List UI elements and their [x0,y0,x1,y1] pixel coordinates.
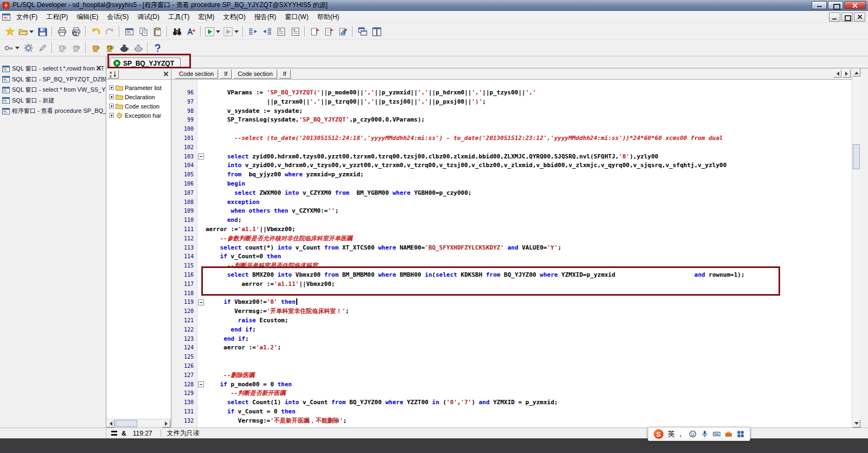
code-line[interactable]: 118 [172,289,852,298]
mdi-close-button[interactable] [854,12,865,22]
tree-horizontal-scrollbar[interactable] [106,419,171,428]
redo-button[interactable] [103,25,117,38]
find-button[interactable] [170,25,184,38]
menu-item[interactable]: 窗口(W) [280,11,312,23]
code-line[interactable]: 131 if v_Count = 0 then [172,407,852,417]
menu-item[interactable]: 工具(T) [164,11,194,23]
menu-item[interactable]: 报告(R) [250,11,281,23]
expand-icon[interactable] [109,104,114,109]
code-line[interactable]: 102 [172,143,852,152]
window-list-close-button[interactable] [95,65,102,71]
scroll-left-button[interactable] [106,419,114,428]
ime-toolbox-icon[interactable] [724,430,732,438]
close-button[interactable] [844,1,866,9]
code-line[interactable]: 122 end if; [172,326,852,335]
new-window-button[interactable] [122,25,136,38]
code-line[interactable]: 124 aerror :='a1.2'; [172,343,852,353]
edit-button[interactable] [35,41,49,54]
code-line[interactable]: 123 end if; [172,335,852,344]
fold-marker-icon[interactable] [198,299,204,305]
break-session-button[interactable] [117,41,131,54]
code-line[interactable]: 98 v_sysdate := sysdate; [172,107,852,116]
expand-icon[interactable] [109,113,114,118]
code-line[interactable]: 113 select count(*) into v_Count from XT… [172,244,852,253]
menu-item[interactable]: 调试(D) [133,11,164,23]
menu-item[interactable]: 会话(S) [103,11,133,23]
menu-item[interactable]: 帮助(H) [313,11,344,23]
code-line[interactable]: 126 [172,362,852,371]
menu-item[interactable]: 文档(O) [219,11,250,23]
fold-marker-icon[interactable] [198,381,204,387]
minimize-button[interactable] [812,1,827,9]
indent-button[interactable] [246,25,260,38]
ime-language-toggle[interactable]: 英 [668,429,675,439]
code-line[interactable]: 103 select zyid00,hdrxm0,tzys00,yzzt00,t… [172,152,852,162]
preferences-button[interactable] [21,41,35,54]
code-line[interactable]: 105 from bq_yjyz00 where yzmxid=p_yzmxid… [172,170,852,180]
cascade-windows-button[interactable] [355,25,369,38]
code-line[interactable]: 107 select ZWXM00 into v_CZYXM0 from BM_… [172,189,852,198]
test-set-button[interactable] [322,25,336,38]
code-line[interactable]: 132 Verrmsg:='不是新开医嘱，不能删除'; [172,417,852,426]
code-line[interactable]: 99 SP_TransLog(sysdate,'SP_BQ_YJYZQT',p_… [172,116,852,125]
tree-item[interactable]: Declaration [106,92,171,101]
execute-button[interactable] [203,25,222,38]
tabs-scroll-left-button[interactable] [833,69,841,78]
code-line[interactable]: 130 select Count(1) into v_Count from BQ… [172,398,852,407]
ime-smiley-icon[interactable] [688,430,697,438]
outdent-button[interactable] [260,25,274,38]
code-line[interactable]: 121 raise Ecustom; [172,316,852,326]
menu-item[interactable]: 工程(P) [42,11,72,23]
test-script-button[interactable] [308,25,322,38]
tabs-scroll-right-button[interactable] [843,69,851,78]
expand-icon[interactable] [109,94,114,99]
ime-keyboard-icon[interactable] [712,430,720,438]
scroll-up-button[interactable] [852,68,860,76]
tree-item[interactable]: Parameter list [106,83,171,92]
expand-icon[interactable] [109,85,114,90]
window-list-item[interactable]: 程序窗口 - 查看 procedure SP_BQ_Y [0,106,106,117]
window-list-item[interactable]: SQL 窗口 - 新建 [0,95,106,106]
tile-windows-button[interactable] [369,25,384,38]
mdi-minimize-button[interactable] [829,12,840,22]
code-line[interactable]: 108 exception [172,198,852,207]
fetch-gray-1-button[interactable] [55,41,69,54]
profiler-button[interactable] [336,25,350,38]
code-line[interactable]: 109 when others then v_CZYXM0:=''; [172,207,852,216]
scrollbar-thumb[interactable] [853,144,860,169]
print-button[interactable] [55,25,69,38]
window-list-item[interactable]: SQL 窗口 - select t.*,rowid from XT [0,63,106,74]
section-tab[interactable]: Code section [233,69,277,79]
ime-mic-icon[interactable] [700,430,709,438]
uncomment-block-button[interactable] [288,25,302,38]
section-tab[interactable]: If [220,69,232,79]
tree-item[interactable]: Code section [106,101,171,111]
commit-button[interactable] [88,41,103,54]
mdi-restore-button[interactable] [841,12,853,22]
save-button[interactable] [35,25,49,38]
help-button[interactable] [150,41,164,54]
comment-block-button[interactable] [274,25,288,38]
find-next-button[interactable] [184,25,198,38]
fetch-gray-2-button[interactable] [69,41,83,54]
sort-button[interactable]: A Z [107,69,119,79]
code-line[interactable]: 115 --判断开单科室是否住院临床科室 [172,261,852,271]
scroll-right-button[interactable] [162,419,170,428]
code-line[interactable]: 128 if p_mode00 = 0 then [172,380,852,390]
editor-vertical-scrollbar[interactable] [852,68,860,428]
code-area[interactable]: 96 VParams := 'SP_BQ_YJYZQT('||p_mode00|… [172,80,852,428]
maximize-button[interactable] [828,1,843,9]
code-line[interactable]: 127 --删除医嘱 [172,371,852,380]
paste-button[interactable] [150,25,164,38]
scroll-down-button[interactable] [852,419,860,428]
print-preview-button[interactable] [69,25,83,38]
scrollbar-thumb[interactable] [116,420,137,427]
kill-session-button[interactable] [131,41,145,54]
menu-item[interactable]: 文件(F) [12,11,42,23]
section-tab[interactable]: If [279,69,291,79]
ime-punctuation-toggle[interactable]: ， [677,429,684,439]
code-line[interactable]: 97 ||p_tzrxm0||','||p_tzrq00||','||p_tzs… [172,98,852,107]
tree-close-button[interactable] [163,71,169,77]
undo-button[interactable] [88,25,103,38]
code-line[interactable]: 117 aerror :='a1.11'||Vbmxz00; [172,280,852,289]
